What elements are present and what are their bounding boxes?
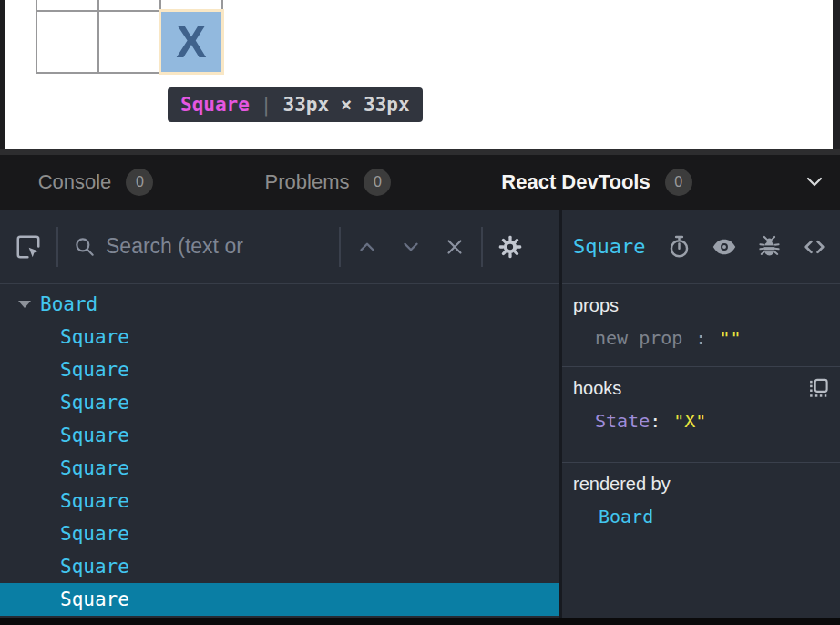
toolbar-divider	[339, 227, 341, 267]
component-name: Square	[60, 457, 129, 479]
board-square[interactable]	[161, 0, 221, 10]
new-prop-input[interactable]: new prop	[595, 327, 682, 349]
tooltip-divider: |	[261, 94, 272, 116]
tree-row-square[interactable]: Square	[0, 419, 559, 452]
component-name: Square	[60, 359, 129, 381]
bug-icon[interactable]	[757, 234, 782, 259]
tab-label: Console	[38, 170, 112, 194]
hook-name: State	[595, 410, 650, 432]
tree-row-square[interactable]: Square	[0, 386, 559, 419]
component-name: Board	[40, 293, 97, 315]
tab-problems[interactable]: Problems0	[191, 155, 465, 210]
component-name: Square	[60, 425, 129, 446]
tab-label: React DevTools	[501, 170, 650, 194]
tooltip-size: 33px × 33px	[283, 94, 410, 116]
tree-row-square[interactable]: Square	[0, 353, 559, 386]
selected-component-title: Square	[573, 235, 645, 258]
components-toolbar	[0, 210, 559, 284]
parse-hooks-chip-icon[interactable]	[808, 378, 829, 399]
window-edge-left	[0, 0, 5, 149]
page-viewport: X Square | 33px × 33px	[0, 0, 840, 149]
board-square[interactable]	[99, 0, 159, 10]
stopwatch-icon[interactable]	[667, 234, 691, 259]
hooks-section: hooks	[562, 367, 840, 463]
eye-icon[interactable]	[712, 234, 737, 260]
square-mark: X	[176, 19, 206, 65]
tab-count-badge: 0	[665, 169, 692, 196]
component-tree: BoardSquareSquareSquareSquareSquareSquar…	[0, 284, 559, 618]
tree-row-board[interactable]: Board	[0, 288, 559, 321]
search-input[interactable]	[106, 234, 324, 259]
next-result-chevron-down-icon[interactable]	[399, 235, 423, 259]
screen: X Square | 33px × 33px Console0Problems0…	[0, 0, 840, 625]
tab-count-badge: 0	[126, 169, 153, 196]
devtools-top-band	[0, 149, 840, 155]
component-name: Square	[60, 392, 129, 414]
components-panel: BoardSquareSquareSquareSquareSquareSquar…	[0, 210, 559, 618]
inspector-toolbar: Square	[562, 210, 840, 284]
board-square[interactable]	[99, 12, 159, 72]
tree-row-square[interactable]: Square	[0, 452, 559, 485]
tree-row-square[interactable]: Square	[0, 550, 559, 583]
devtools-main: BoardSquareSquareSquareSquareSquareSquar…	[0, 210, 840, 618]
hook-state-value[interactable]: "X"	[673, 410, 706, 432]
rendered-by-section: rendered by Board	[562, 463, 840, 618]
panel-collapse-chevron-down-icon[interactable]	[805, 177, 824, 188]
tab-react-devtools[interactable]: React DevTools0	[465, 155, 729, 210]
component-name: Square	[60, 589, 129, 610]
board-square-highlighted[interactable]: X	[161, 12, 221, 72]
bottom-edge-bar	[0, 618, 840, 625]
hooks-header: hooks	[573, 378, 621, 399]
inspect-element-icon[interactable]	[15, 233, 42, 261]
devtools-tab-bar: Console0Problems0React DevTools0	[0, 155, 840, 210]
new-prop-value-input[interactable]: ""	[719, 327, 741, 349]
disclosure-triangle-icon[interactable]	[18, 301, 31, 308]
tab-count-badge: 0	[364, 169, 391, 196]
tictactoe-board: X	[36, 0, 223, 74]
inspect-overlay-tooltip: Square | 33px × 33px	[168, 87, 423, 122]
view-source-code-icon[interactable]	[802, 234, 827, 260]
window-edge-right	[833, 0, 840, 149]
component-name: Square	[60, 326, 129, 348]
search-icon	[73, 235, 97, 259]
tree-row-square[interactable]: Square	[0, 485, 559, 517]
rendered-by-owner-link[interactable]: Board	[573, 506, 829, 528]
props-section: props new prop : ""	[562, 284, 840, 367]
settings-gear-icon[interactable]	[497, 234, 523, 260]
inspector-panel: Square	[562, 210, 840, 618]
rendered-by-header: rendered by	[573, 474, 829, 495]
board-square[interactable]	[37, 0, 97, 10]
tab-label: Problems	[265, 170, 350, 194]
component-name: Square	[60, 523, 129, 545]
board-square[interactable]	[37, 12, 97, 72]
props-colon: :	[695, 327, 706, 349]
component-name: Square	[60, 490, 129, 512]
prev-result-chevron-up-icon[interactable]	[355, 235, 379, 259]
tree-row-square[interactable]: Square	[0, 321, 559, 353]
toolbar-divider	[481, 227, 483, 267]
tab-console[interactable]: Console0	[0, 155, 191, 210]
tooltip-component-name: Square	[180, 94, 250, 116]
clear-search-icon[interactable]	[443, 235, 466, 259]
toolbar-divider	[56, 227, 58, 267]
tree-row-square[interactable]: Square	[0, 583, 559, 616]
hooks-colon: :	[650, 410, 661, 432]
tree-row-square[interactable]: Square	[0, 517, 559, 550]
props-header: props	[573, 295, 829, 316]
component-name: Square	[60, 556, 129, 578]
